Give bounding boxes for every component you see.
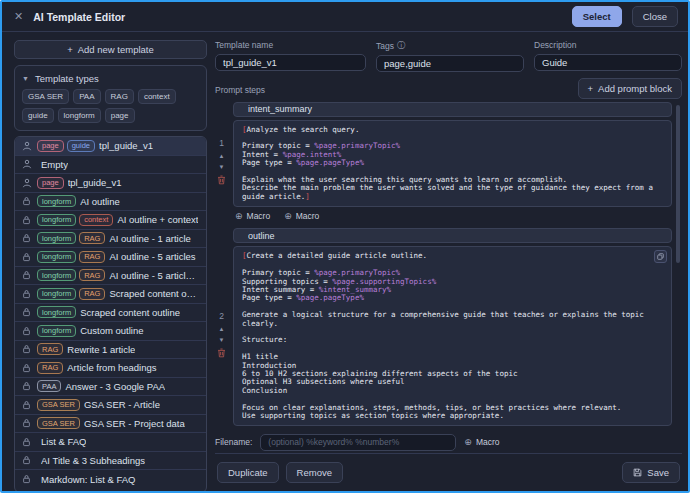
prompt-textarea[interactable]: [Create a detailed guide article outline… <box>233 246 672 426</box>
prompt-steps-label: Prompt steps <box>215 85 265 99</box>
filename-input[interactable] <box>260 434 456 451</box>
template-tag: RAG <box>79 251 105 263</box>
template-list-item[interactable]: GSA SER GSA SER - Project data <box>15 415 206 434</box>
duplicate-button[interactable]: Duplicate <box>217 462 279 483</box>
filter-chip-longform[interactable]: longform <box>58 108 101 123</box>
template-list-item[interactable]: longform Custom outline <box>15 322 206 341</box>
lock-icon <box>22 233 33 243</box>
template-list-item[interactable]: longformRAG AI outline - 5 articles <box>15 248 206 267</box>
template-item-name: Markdown: List & FAQ <box>41 474 136 485</box>
save-button[interactable]: Save <box>622 462 680 483</box>
template-list-item[interactable]: RAG Article from headings <box>15 359 206 378</box>
template-tag: longform <box>37 251 76 263</box>
move-down-icon[interactable]: ▼ <box>219 337 225 343</box>
template-list-item[interactable]: page tpl_guide_v1 <box>15 174 206 193</box>
template-types-label: Template types <box>35 73 99 84</box>
ai-template-editor-window: ✕ AI Template Editor Select Close + Add … <box>0 0 690 493</box>
template-tag: page <box>37 177 64 189</box>
template-list-item[interactable]: Empty <box>15 156 206 175</box>
template-sidebar: + Add new template ▼ Template types GSA … <box>14 40 207 493</box>
filter-chip-rag[interactable]: RAG <box>105 89 134 104</box>
move-down-icon[interactable]: ▼ <box>219 164 225 170</box>
template-item-tags: RAG <box>37 362 63 374</box>
template-item-tags: RAG <box>37 343 63 355</box>
template-list-item[interactable]: AI Title & 3 Subheadings <box>15 452 206 471</box>
tags-input[interactable] <box>376 55 524 72</box>
close-icon[interactable]: ✕ <box>14 10 23 23</box>
filter-chip-guide[interactable]: guide <box>22 108 54 123</box>
template-tag: guide <box>67 140 95 152</box>
template-tag: PAA <box>37 380 61 392</box>
macro-row: ⊕Macro⊕Macro <box>233 210 672 222</box>
template-name-label: Template name <box>215 40 366 50</box>
template-list-item[interactable]: longformRAG AI outline - 5 article headi… <box>15 267 206 286</box>
template-list-item[interactable]: longformRAG AI outline - 1 article <box>15 230 206 249</box>
vertical-scrollbar-thumb[interactable] <box>676 105 680 263</box>
template-list-item[interactable]: RAG Rewrite 1 article <box>15 341 206 360</box>
template-list-item[interactable]: longform Scraped content outline <box>15 304 206 323</box>
filename-label: Filename: <box>215 437 252 447</box>
step-number: 1 <box>219 138 224 148</box>
add-new-template-button[interactable]: + Add new template <box>14 40 207 59</box>
template-tag: longform <box>37 269 76 281</box>
trash-icon[interactable] <box>217 348 226 358</box>
template-item-name: Scraped content outline <box>80 307 180 318</box>
lock-icon <box>22 363 33 373</box>
filename-row: Filename: ⊕ Macro <box>215 431 682 453</box>
template-item-tags: GSA SER <box>37 417 80 429</box>
remove-button[interactable]: Remove <box>286 462 343 483</box>
template-list-item[interactable]: Markdown: List & FAQ <box>15 470 206 489</box>
lock-icon <box>22 215 33 225</box>
lock-icon <box>22 400 33 410</box>
template-tag: longform <box>37 288 76 300</box>
template-types-toggle[interactable]: ▼ Template types <box>22 71 199 89</box>
lock-icon <box>22 344 33 354</box>
template-list-item[interactable]: pageguide tpl_guide_v1 <box>15 137 206 156</box>
template-item-name: Empty <box>41 159 68 170</box>
trash-icon[interactable] <box>217 175 226 185</box>
template-item-name: AI outline - 5 article headings <box>109 270 199 281</box>
description-label: Description <box>534 40 682 50</box>
macro-button[interactable]: ⊕Macro <box>235 211 270 221</box>
move-up-icon[interactable]: ▲ <box>219 153 225 159</box>
template-name-input[interactable] <box>215 54 366 71</box>
step-number: 2 <box>219 311 224 321</box>
template-item-tags: longform <box>37 195 76 207</box>
template-item-name: Scraped content outline <box>109 288 199 299</box>
filter-chip-paa[interactable]: PAA <box>73 89 100 104</box>
step-name-input[interactable] <box>248 104 657 114</box>
prompt-textarea[interactable]: [Analyze the search query. Primary topic… <box>233 120 672 208</box>
move-up-icon[interactable]: ▲ <box>219 326 225 332</box>
description-input[interactable] <box>534 54 682 71</box>
template-tag: longform <box>37 232 76 244</box>
close-button[interactable]: Close <box>632 6 678 27</box>
template-tag: GSA SER <box>37 417 80 429</box>
filter-chip-gsa-ser[interactable]: GSA SER <box>22 89 69 104</box>
copy-icon[interactable] <box>654 250 667 263</box>
add-prompt-block-button[interactable]: + Add prompt block <box>578 78 683 99</box>
select-button[interactable]: Select <box>572 6 622 27</box>
prompt-block: 1 ▲ ▼ [Analyze the search query. Primary… <box>215 102 672 223</box>
template-item-name: AI outline + context <box>117 214 198 225</box>
filename-macro-button[interactable]: ⊕ Macro <box>464 437 499 447</box>
template-types-panel: ▼ Template types GSA SERPAARAGcontextgui… <box>14 65 207 131</box>
save-icon <box>633 468 642 477</box>
template-list-item[interactable]: longformRAG Scraped content outline <box>15 285 206 304</box>
template-tag: longform <box>37 195 76 207</box>
template-tag: RAG <box>37 362 63 374</box>
template-list-item[interactable]: PAA Answer - 3 Google PAA <box>15 378 206 397</box>
chevron-down-icon: ▼ <box>22 75 29 82</box>
filter-chip-page[interactable]: page <box>105 108 135 123</box>
template-list-item[interactable]: GSA SER GSA SER - Article <box>15 396 206 415</box>
template-item-tags: longformRAG <box>37 288 105 300</box>
macro-button[interactable]: ⊕Macro <box>284 211 319 221</box>
filter-chip-context[interactable]: context <box>138 89 176 104</box>
template-item-name: Answer - 3 Google PAA <box>65 381 165 392</box>
step-name-input[interactable] <box>248 231 657 241</box>
template-tag: page <box>37 140 64 152</box>
template-list-item[interactable]: longform AI outline <box>15 193 206 212</box>
template-list-item[interactable]: longformcontext AI outline + context <box>15 211 206 230</box>
template-item-tags: PAA <box>37 380 61 392</box>
template-list-item[interactable]: List & FAQ <box>15 433 206 452</box>
template-item-tags: longformRAG <box>37 269 105 281</box>
